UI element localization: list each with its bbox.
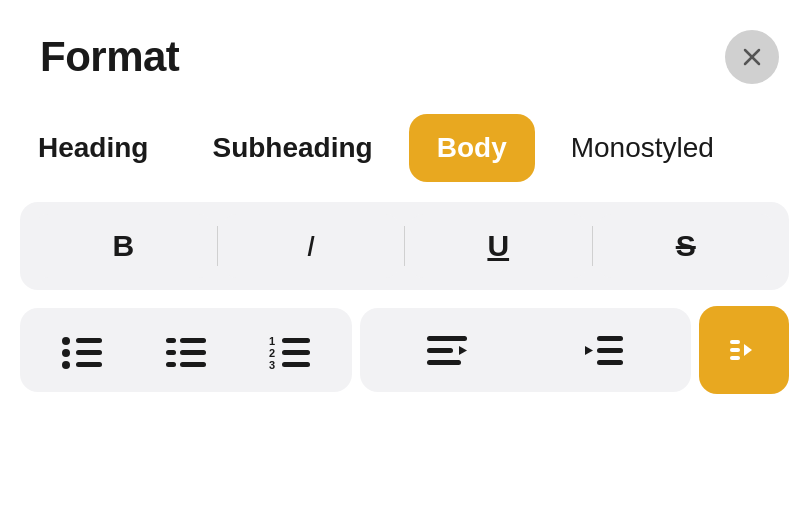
numbered-list-icon: 1 2 3 [264, 324, 316, 376]
tabs-row: Heading Subheading Body Monostyled [10, 104, 789, 202]
svg-rect-9 [166, 350, 176, 355]
header: Format [20, 20, 789, 104]
list-buttons-group: 1 2 3 [20, 308, 352, 392]
dash-list-button[interactable] [136, 318, 236, 382]
svg-rect-5 [76, 338, 102, 343]
svg-rect-7 [76, 362, 102, 367]
italic-button[interactable]: I [224, 214, 399, 278]
dash-list-icon [160, 324, 212, 376]
svg-rect-6 [76, 350, 102, 355]
svg-point-3 [62, 349, 70, 357]
list-indent-row: 1 2 3 [20, 306, 789, 394]
active-indent-icon [726, 332, 762, 368]
svg-text:2: 2 [269, 347, 275, 359]
close-icon [741, 46, 763, 68]
svg-rect-19 [282, 362, 310, 367]
strikethrough-button[interactable]: S [599, 214, 774, 278]
svg-rect-11 [180, 338, 206, 343]
modal-container: Format Heading Subheading Body Monostyle… [0, 0, 809, 506]
tab-subheading[interactable]: Subheading [184, 114, 400, 182]
svg-rect-29 [730, 340, 740, 344]
underline-button[interactable]: U [411, 214, 586, 278]
svg-marker-24 [585, 346, 593, 355]
bold-button[interactable]: B [36, 214, 211, 278]
svg-rect-21 [427, 348, 453, 353]
svg-rect-27 [597, 360, 623, 365]
separator-3 [592, 226, 593, 266]
separator-2 [404, 226, 405, 266]
indent-decrease-icon [421, 324, 473, 376]
formatting-toolbar: B I U S [20, 202, 789, 290]
indent-increase-button[interactable] [527, 318, 679, 382]
active-indent-button[interactable] [699, 306, 789, 394]
indent-buttons-group [360, 308, 692, 392]
svg-rect-22 [427, 360, 461, 365]
svg-rect-8 [166, 338, 176, 343]
separator-1 [217, 226, 218, 266]
svg-point-2 [62, 337, 70, 345]
page-title: Format [40, 33, 179, 81]
svg-rect-12 [180, 350, 206, 355]
bullet-list-icon [56, 324, 108, 376]
svg-rect-26 [597, 348, 623, 353]
svg-rect-18 [282, 350, 310, 355]
svg-rect-10 [166, 362, 176, 367]
svg-rect-20 [427, 336, 467, 341]
svg-marker-23 [459, 346, 467, 355]
bullet-list-button[interactable] [32, 318, 132, 382]
svg-rect-25 [597, 336, 623, 341]
indent-increase-icon [577, 324, 629, 376]
tab-monostyled[interactable]: Monostyled [543, 114, 742, 182]
tab-heading[interactable]: Heading [10, 114, 176, 182]
close-button[interactable] [725, 30, 779, 84]
tab-body[interactable]: Body [409, 114, 535, 182]
svg-point-4 [62, 361, 70, 369]
svg-text:1: 1 [269, 335, 275, 347]
svg-rect-17 [282, 338, 310, 343]
svg-rect-31 [730, 356, 740, 360]
svg-rect-13 [180, 362, 206, 367]
svg-rect-30 [730, 348, 740, 352]
svg-text:3: 3 [269, 359, 275, 371]
numbered-list-button[interactable]: 1 2 3 [240, 318, 340, 382]
svg-marker-28 [744, 344, 752, 356]
indent-decrease-button[interactable] [372, 318, 524, 382]
